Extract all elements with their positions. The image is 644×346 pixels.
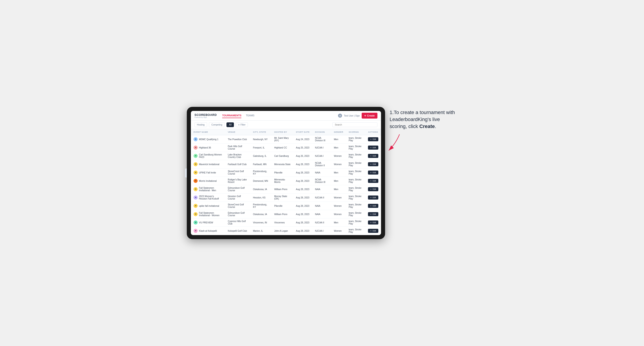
event-icon: ⚑	[194, 195, 198, 199]
filter-icon-button[interactable]: ≡ Filter	[236, 122, 248, 127]
cell-hosted-by: Mt. Saint Mary (NY)	[272, 135, 293, 144]
cell-city-state: Deerwood, MN	[250, 177, 272, 185]
edit-button[interactable]: Edit	[368, 212, 378, 216]
cell-start-date: Aug 26, 2023	[293, 152, 312, 160]
cell-event-name: ⚑ Carl Sandburg Women FA23	[191, 152, 225, 160]
cell-scoring: team, Stroke Play	[346, 193, 365, 202]
event-icon: ⚑	[194, 137, 198, 141]
cell-actions: Edit	[365, 152, 381, 160]
cell-gender: Women	[331, 202, 346, 210]
cell-event-name: ⚑ 2023 Women's Hesston Fall Kickoff	[191, 193, 225, 202]
tablet-device: SCOREBOARD Powered by clippr TOURNAMENTS…	[187, 107, 385, 239]
table-row: ⚑ upike fall invitational StoneCrest Gol…	[191, 202, 381, 210]
cell-event-name: ⚑ upike fall invitational	[191, 202, 225, 210]
cell-hosted-by: Pikeville	[272, 169, 293, 177]
edit-button[interactable]: Edit	[368, 171, 378, 174]
nav-teams[interactable]: TEAMS	[246, 113, 254, 118]
cell-scoring: team, Stroke Play	[346, 177, 365, 185]
cell-division: NJCAA II	[312, 193, 331, 202]
cell-start-date: Aug 28, 2023	[293, 160, 312, 169]
table-body: ⚑ MSMC Qualifying 1 The Powelton Club Ne…	[191, 135, 381, 235]
cell-start-date: Aug 28, 2023	[293, 177, 312, 185]
cell-hosted-by: Pikeville	[272, 202, 293, 210]
col-division: DIVISION	[312, 129, 331, 135]
settings-icon[interactable]: ⚙	[338, 114, 342, 118]
table-row: ⚑ VU PREVIEW Cypress Hills Golf Club Vin…	[191, 218, 381, 227]
search-area	[332, 122, 378, 127]
cell-venue: Lake Bracken Country Club	[225, 152, 250, 160]
cell-city-state: Prestonsburg, KY	[250, 202, 272, 210]
cell-division: NAIA	[312, 210, 331, 218]
cell-scoring: team, Stroke Play	[346, 218, 365, 227]
cell-division: NAIA	[312, 185, 331, 193]
cell-venue: Ruttger's Bay Lake Resort	[225, 177, 250, 185]
edit-button[interactable]: Edit	[368, 220, 378, 224]
cell-city-state: Freeport, IL	[250, 144, 272, 152]
create-button[interactable]: Create	[362, 113, 378, 119]
filter-icon: ≡	[238, 124, 240, 126]
cell-venue: The Powelton Club	[225, 135, 250, 144]
filter-competing[interactable]: Competing	[209, 122, 225, 127]
events-table: EVENT NAME VENUE CITY, STATE HOSTED BY S…	[191, 129, 381, 235]
cell-gender: Women	[331, 227, 346, 235]
cell-event-name: ⚑ Fall Statesmen Invitational - Men	[191, 185, 225, 193]
cell-gender: Men	[331, 185, 346, 193]
table-row: ⚑ Morris Invitational Ruttger's Bay Lake…	[191, 177, 381, 185]
cell-start-date: Aug 28, 2023	[293, 202, 312, 210]
cell-event-name: ⚑ Maverick Invitational	[191, 160, 225, 169]
annotation-area: 1.To create a tournament with Leaderboar…	[390, 107, 457, 156]
cell-division: NJCAA II	[312, 218, 331, 227]
edit-button[interactable]: Edit	[368, 229, 378, 233]
cell-start-date: Aug 28, 2023	[293, 185, 312, 193]
cell-hosted-by: Minnesota State	[272, 160, 293, 169]
cell-hosted-by: Murray State (OK)	[272, 193, 293, 202]
nav-links: TOURNAMENTS TEAMS	[222, 113, 332, 118]
cell-start-date: Aug 28, 2023	[293, 169, 312, 177]
cell-hosted-by: Vincennes	[272, 218, 293, 227]
edit-button[interactable]: Edit	[368, 195, 378, 199]
edit-button[interactable]: Edit	[368, 137, 378, 141]
col-actions: ACTIONS	[365, 129, 381, 135]
col-start-date: START DATE	[293, 129, 312, 135]
nav-right: ⚙ Test User | Sign Create	[338, 113, 378, 119]
cell-gender: Men	[331, 177, 346, 185]
edit-button[interactable]: Edit	[368, 154, 378, 158]
cell-hosted-by: John A Logan	[272, 227, 293, 235]
cell-hosted-by: Highland CC	[272, 144, 293, 152]
cell-gender: Women	[331, 210, 346, 218]
cell-division: NCAA Division III	[312, 177, 331, 185]
cell-start-date: Aug 28, 2023	[293, 193, 312, 202]
col-venue: VENUE	[225, 129, 250, 135]
event-icon: ⚑	[194, 204, 198, 208]
event-icon: ⚑	[194, 220, 198, 224]
col-scoring: SCORING	[346, 129, 365, 135]
table-row: ⚑ Klash at Kokopelli Kokopelli Golf Club…	[191, 227, 381, 235]
cell-hosted-by: Carl Sandburg	[272, 152, 293, 160]
cell-start-date: Aug 28, 2023	[293, 227, 312, 235]
event-name-text: MSMC Qualifying 1	[199, 138, 218, 141]
side-tab	[185, 169, 187, 177]
cell-actions: Edit	[365, 193, 381, 202]
cell-venue: StoneCrest Golf Course	[225, 202, 250, 210]
edit-button[interactable]: Edit	[368, 204, 378, 208]
cell-actions: Edit	[365, 210, 381, 218]
cell-division: NCAA Division II	[312, 160, 331, 169]
cell-gender: Women	[331, 160, 346, 169]
annotation-arrow	[385, 132, 403, 155]
nav-tournaments[interactable]: TOURNAMENTS	[222, 113, 241, 118]
filter-all[interactable]: All	[226, 122, 234, 127]
app-logo: SCOREBOARD	[194, 113, 217, 117]
edit-button[interactable]: Edit	[368, 187, 378, 191]
search-input[interactable]	[332, 122, 378, 127]
filter-hosting[interactable]: Hosting	[194, 122, 207, 127]
edit-button[interactable]: Edit	[368, 146, 378, 150]
outer-wrapper: SCOREBOARD Powered by clippr TOURNAMENTS…	[187, 107, 457, 239]
col-hosted-by: HOSTED BY	[272, 129, 293, 135]
cell-scoring: team, Stroke Play	[346, 169, 365, 177]
event-icon: ⚑	[194, 162, 198, 166]
cell-hosted-by: William Penn	[272, 185, 293, 193]
edit-button[interactable]: Edit	[368, 162, 378, 166]
cell-gender: Women	[331, 193, 346, 202]
cell-event-name: ⚑ VU PREVIEW	[191, 218, 225, 227]
edit-button[interactable]: Edit	[368, 179, 378, 183]
